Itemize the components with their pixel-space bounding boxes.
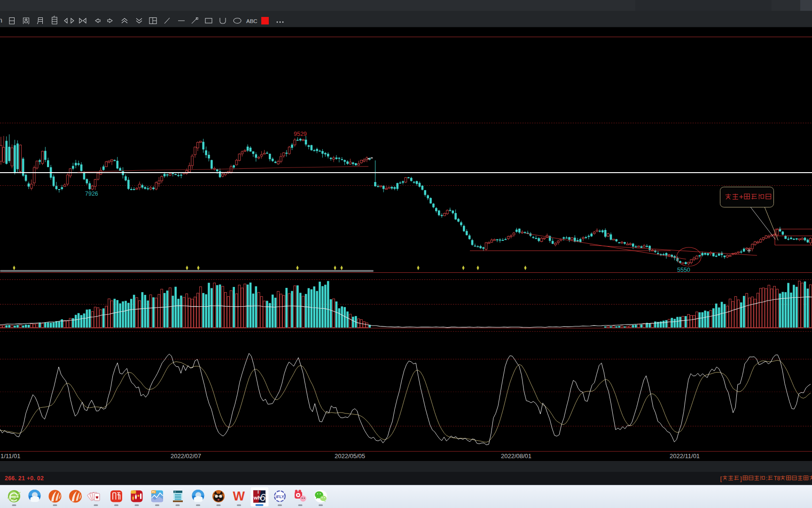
- svg-text:7926: 7926: [85, 190, 98, 197]
- svg-text:]: ]: [740, 475, 742, 482]
- svg-text:5550: 5550: [677, 267, 690, 273]
- svg-text::: :: [766, 475, 767, 482]
- svg-text:W: W: [233, 489, 245, 503]
- svg-text:2022/05/05: 2022/05/05: [335, 452, 365, 460]
- svg-text:1/11/01: 1/11/01: [0, 452, 20, 460]
- svg-text:[: [: [720, 475, 722, 482]
- svg-text:PC: PC: [152, 491, 156, 493]
- svg-text:ABC: ABC: [246, 18, 258, 24]
- svg-text:2022/08/01: 2022/08/01: [501, 452, 531, 460]
- svg-text:9529: 9529: [294, 131, 307, 137]
- svg-text:iFLY: iFLY: [276, 494, 284, 499]
- svg-text:n: n: [0, 16, 2, 24]
- svg-text:266. 21 +0. 02: 266. 21 +0. 02: [5, 475, 44, 482]
- svg-text:2022/02/07: 2022/02/07: [171, 452, 201, 460]
- svg-text:6: 6: [260, 492, 266, 503]
- svg-text:T8: T8: [774, 475, 781, 482]
- svg-text:2022/11/01: 2022/11/01: [670, 452, 700, 460]
